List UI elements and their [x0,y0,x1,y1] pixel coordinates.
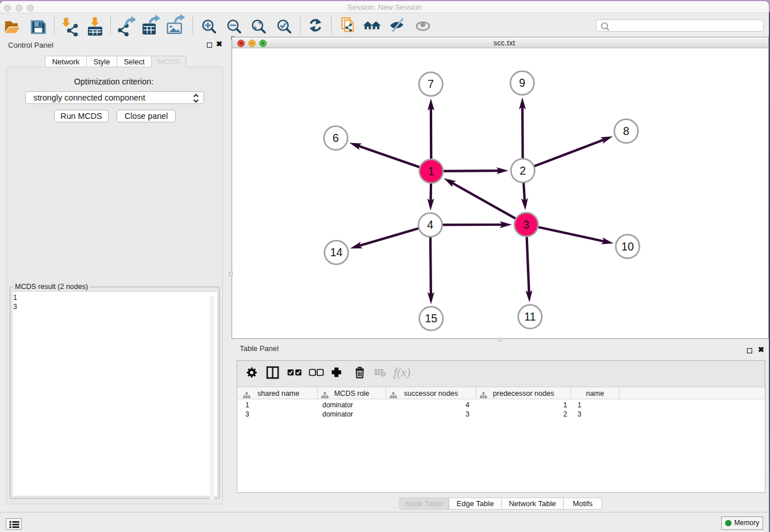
svg-text:6: 6 [333,132,339,144]
svg-text:11: 11 [524,310,536,323]
svg-text:8: 8 [623,125,629,137]
svg-text:14: 14 [330,246,342,259]
svg-text:2: 2 [519,164,526,177]
svg-text:9: 9 [519,76,525,89]
svg-text:f(x): f(x) [394,365,410,379]
svg-text:15: 15 [425,312,437,325]
svg-text:10: 10 [621,240,634,253]
svg-text:7: 7 [428,78,434,90]
svg-text:3: 3 [523,218,529,231]
svg-text:4: 4 [427,218,433,231]
svg-text:1: 1 [428,165,434,178]
